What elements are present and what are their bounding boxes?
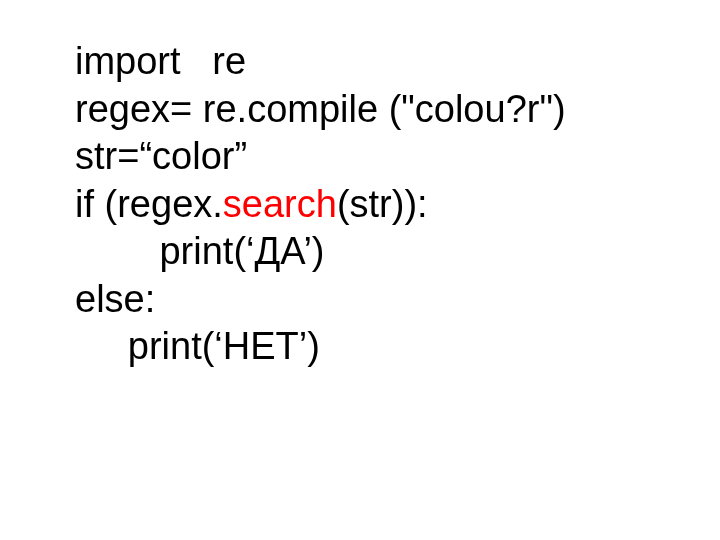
code-line-4-suffix: (str)): [337, 183, 428, 225]
code-line-3: str=“color” [75, 133, 720, 181]
slide-body: import re regex= re.compile ("colou?r") … [0, 0, 720, 540]
code-line-4: if (regex.search(str)): [75, 181, 720, 229]
code-line-5: print(‘ДА’) [75, 228, 720, 276]
code-line-1: import re [75, 38, 720, 86]
code-line-7: print(‘НЕТ’) [75, 323, 720, 371]
code-line-2: regex= re.compile ("colou?r") [75, 86, 720, 134]
code-line-4-prefix: if (regex. [75, 183, 223, 225]
highlight-search: search [223, 183, 337, 225]
code-line-6: еlse: [75, 276, 720, 324]
